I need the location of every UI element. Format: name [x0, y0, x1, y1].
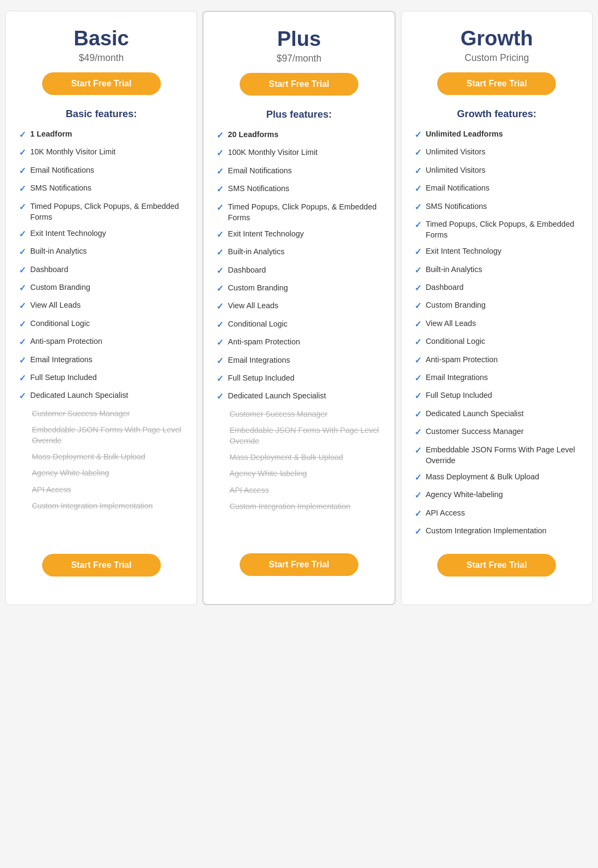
check-icon: ✓ [216, 202, 223, 214]
feature-text: 1 Leadform [30, 128, 72, 139]
feature-item: ✓Anti-spam Protection [19, 336, 184, 348]
feature-item: API Access [216, 485, 381, 496]
feature-text: Agency White-labeling [426, 489, 503, 500]
feature-item: ✓Dashboard [19, 264, 184, 276]
feature-text: Embeddable JSON Forms With Page Level Ov… [229, 425, 381, 446]
feature-text: Dashboard [30, 264, 68, 275]
feature-item: ✓SMS Notifications [216, 183, 381, 195]
feature-text: Unlimited Visitors [426, 146, 486, 157]
feature-text: View All Leads [426, 318, 476, 329]
feature-item: ✓Custom Integration Implementation [414, 525, 579, 538]
feature-text: Anti-spam Protection [228, 336, 300, 347]
check-icon: ✓ [414, 318, 422, 330]
plan-price: $49/month [79, 52, 124, 64]
feature-item: ✓Email Notifications [216, 165, 381, 178]
cta-button-bottom[interactable]: Start Free Trial [240, 553, 358, 576]
feature-item: ✓Anti-spam Protection [414, 354, 579, 367]
feature-text: Exit Intent Technology [426, 246, 502, 256]
check-icon: ✓ [19, 336, 26, 348]
feature-item: API Access [19, 484, 184, 495]
check-icon: ✓ [19, 282, 26, 294]
feature-text: Dashboard [228, 265, 266, 275]
feature-item: ✓Dedicated Launch Specialist [414, 408, 579, 421]
feature-text: Email Integrations [30, 354, 92, 365]
feature-text: Custom Integration Implementation [426, 525, 547, 536]
feature-text: Exit Intent Technology [30, 228, 106, 239]
feature-item: Customer Success Manager [19, 408, 184, 419]
feature-text: Unlimited Leadforms [426, 128, 503, 139]
check-icon: ✓ [414, 336, 422, 348]
check-icon: ✓ [19, 165, 26, 177]
feature-item: ✓SMS Notifications [414, 201, 579, 213]
feature-item: ✓Email Integrations [216, 355, 381, 367]
pricing-grid: Basic$49/monthStart Free TrialBasic feat… [5, 11, 593, 605]
check-icon: ✓ [216, 229, 223, 241]
feature-text: Built-in Analytics [426, 264, 483, 275]
feature-list: ✓Unlimited Leadforms✓Unlimited Visitors✓… [414, 128, 579, 543]
feature-text: Mass Deployment & Bulk Upload [32, 451, 145, 462]
feature-list: ✓20 Leadforms✓100K Monthly Visitor Limit… [216, 129, 381, 542]
feature-text: Email Notifications [228, 165, 291, 176]
feature-item: ✓Conditional Logic [216, 318, 381, 331]
feature-text: Custom Integration Implementation [32, 500, 153, 511]
feature-item: ✓100K Monthly Visitor Limit [216, 147, 381, 159]
feature-text: Dashboard [426, 282, 464, 293]
feature-item: ✓Full Setup Included [414, 390, 579, 402]
check-icon: ✓ [19, 390, 26, 402]
cta-button-top[interactable]: Start Free Trial [437, 72, 556, 95]
check-icon: ✓ [216, 373, 223, 385]
check-icon: ✓ [414, 508, 422, 520]
check-icon: ✓ [414, 265, 422, 276]
check-icon: ✓ [19, 246, 26, 258]
feature-item: ✓Full Setup Included [19, 372, 184, 384]
feature-item: Embeddable JSON Forms With Page Level Ov… [216, 425, 381, 446]
cta-button-bottom[interactable]: Start Free Trial [42, 554, 161, 577]
feature-item: ✓Anti-spam Protection [216, 336, 381, 349]
check-icon: ✓ [414, 390, 422, 402]
check-icon: ✓ [19, 183, 26, 195]
feature-item: Embeddable JSON Forms With Page Level Ov… [19, 424, 184, 446]
check-icon: ✓ [414, 183, 422, 195]
feature-text: SMS Notifications [426, 201, 487, 212]
feature-text: Timed Popups, Click Popups, & Embedded F… [228, 201, 381, 223]
check-icon: ✓ [414, 426, 422, 438]
check-icon: ✓ [216, 147, 223, 159]
check-icon: ✓ [216, 301, 223, 313]
feature-item: ✓Dedicated Launch Specialist [216, 390, 381, 403]
check-icon: ✓ [414, 219, 422, 231]
feature-text: Conditional Logic [30, 318, 90, 329]
feature-text: Embeddable JSON Forms With Page Level Ov… [426, 444, 579, 466]
feature-item: ✓Agency White-labeling [414, 489, 579, 501]
feature-item: ✓View All Leads [19, 300, 184, 312]
cta-button-bottom[interactable]: Start Free Trial [437, 554, 556, 577]
feature-item: ✓1 Leadform [19, 128, 184, 141]
feature-text: Full Setup Included [426, 390, 492, 401]
feature-item: ✓Built-in Analytics [19, 246, 184, 258]
feature-list: ✓1 Leadform✓10K Monthly Visitor Limit✓Em… [19, 128, 184, 543]
feature-item: ✓Timed Popups, Click Popups, & Embedded … [19, 201, 184, 222]
feature-text: Agency White-labeling [229, 468, 307, 479]
feature-text: Unlimited Visitors [426, 165, 486, 175]
feature-text: Dedicated Launch Specialist [228, 390, 326, 401]
cta-button-top[interactable]: Start Free Trial [42, 72, 161, 95]
check-icon: ✓ [19, 228, 26, 240]
check-icon: ✓ [19, 129, 26, 141]
check-icon: ✓ [216, 130, 223, 141]
feature-item: ✓Email Integrations [19, 354, 184, 367]
check-icon: ✓ [414, 372, 422, 384]
plan-card-basic: Basic$49/monthStart Free TrialBasic feat… [5, 11, 197, 605]
feature-item: ✓API Access [414, 507, 579, 520]
feature-item: ✓Unlimited Visitors [414, 146, 579, 159]
feature-text: API Access [32, 484, 71, 495]
check-icon: ✓ [414, 201, 422, 213]
plan-card-plus: Plus$97/monthStart Free TrialPlus featur… [202, 11, 395, 605]
check-icon: ✓ [414, 129, 422, 141]
check-icon: ✓ [414, 165, 422, 177]
check-icon: ✓ [19, 147, 26, 159]
feature-text: Anti-spam Protection [426, 354, 498, 365]
feature-text: API Access [229, 485, 269, 496]
cta-button-top[interactable]: Start Free Trial [240, 73, 358, 96]
feature-item: ✓Email Notifications [19, 165, 184, 177]
check-icon: ✓ [216, 337, 223, 349]
feature-text: Customer Success Manager [229, 409, 328, 419]
